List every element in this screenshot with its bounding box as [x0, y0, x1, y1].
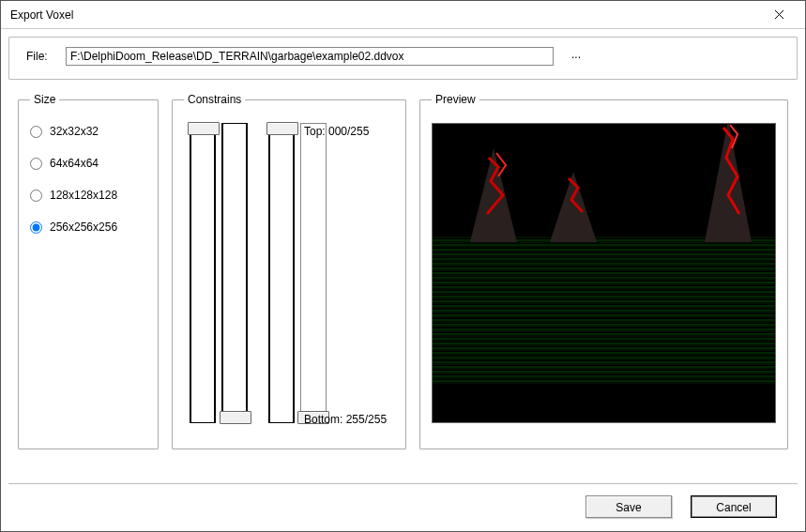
constrains-group: Constrains Top: 000/255 Bottom: 255/255: [172, 93, 406, 449]
close-icon: [774, 9, 784, 20]
size-label-256: 256x256x256: [50, 220, 117, 234]
size-option-64[interactable]: 64x64x64: [30, 157, 146, 170]
size-label-32: 32x32x32: [50, 125, 99, 138]
preview-legend: Preview: [432, 93, 479, 106]
terrain-peak-1: [461, 148, 526, 242]
save-button[interactable]: Save: [585, 495, 672, 518]
size-label-128: 128x128x128: [50, 189, 117, 202]
size-radio-list: 32x32x32 64x64x64 128x128x128 256x256x25…: [30, 125, 146, 234]
preview-canvas: [432, 123, 776, 423]
button-row: Save Cancel: [8, 483, 798, 531]
slider-knob-2[interactable]: [220, 411, 251, 424]
size-option-32[interactable]: 32x32x32: [30, 125, 146, 138]
size-legend: Size: [30, 93, 59, 106]
size-option-256[interactable]: 256x256x256: [30, 220, 146, 234]
file-row: File: ...: [8, 37, 798, 80]
size-radio-32[interactable]: [30, 126, 42, 138]
terrain-peak-2: [545, 167, 601, 242]
size-label-64: 64x64x64: [50, 157, 99, 170]
file-path-input[interactable]: [66, 47, 554, 66]
slider-track-3[interactable]: [268, 123, 295, 423]
slider-track-2[interactable]: [221, 123, 248, 423]
constrains-legend: Constrains: [184, 93, 245, 106]
content-row: Size 32x32x32 64x64x64 128x128x128 256x2…: [1, 80, 805, 483]
slider-track-4[interactable]: [300, 123, 327, 423]
constrains-bottom-label: Bottom: 255/255: [304, 413, 387, 426]
size-radio-128[interactable]: [30, 190, 42, 202]
terrain-peak-3: [700, 123, 756, 242]
export-voxel-window: Export Voxel File: ... Size 32x32x32 64x…: [0, 0, 806, 532]
cancel-button[interactable]: Cancel: [691, 495, 777, 518]
titlebar: Export Voxel: [1, 1, 805, 29]
constrains-top-label: Top: 000/255: [304, 125, 369, 138]
close-button[interactable]: [760, 2, 798, 28]
terrain-ground: [433, 236, 775, 385]
sliders-wrap: [190, 123, 394, 423]
size-option-128[interactable]: 128x128x128: [30, 189, 146, 202]
slider-knob-3[interactable]: [266, 122, 298, 135]
svg-marker-4: [705, 123, 752, 242]
browse-button[interactable]: ...: [565, 47, 587, 66]
size-radio-64[interactable]: [30, 158, 42, 170]
size-group: Size 32x32x32 64x64x64 128x128x128 256x2…: [18, 93, 159, 449]
file-label: File:: [26, 50, 54, 63]
slider-knob-1[interactable]: [188, 122, 220, 135]
window-title: Export Voxel: [10, 8, 73, 22]
preview-group: Preview: [419, 93, 788, 449]
slider-track-1[interactable]: [190, 123, 216, 423]
size-radio-256[interactable]: [30, 221, 42, 234]
terrain-bottom: [433, 385, 775, 422]
